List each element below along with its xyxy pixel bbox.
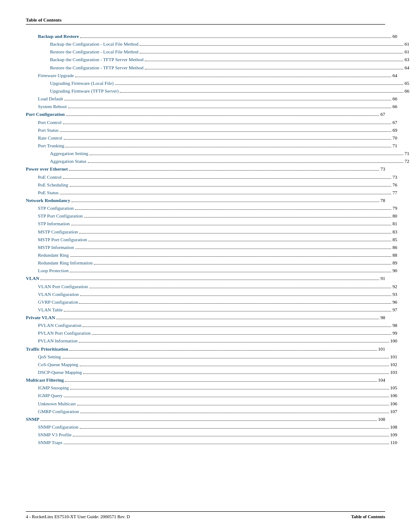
toc-item[interactable]: Port Configuration67 bbox=[26, 110, 385, 118]
toc-item[interactable]: Aggregation Status72 bbox=[50, 157, 409, 165]
toc-page: 69 bbox=[392, 126, 397, 134]
toc-item[interactable]: SNMP Traps110 bbox=[38, 439, 397, 446]
toc-label: SNMP Configuration bbox=[38, 423, 78, 431]
toc-item[interactable]: Private VLAN98 bbox=[26, 314, 385, 321]
toc-item[interactable]: Aggregation Setting71 bbox=[50, 149, 409, 157]
toc-item[interactable]: Power over Ethernet73 bbox=[26, 165, 385, 173]
toc-dots bbox=[65, 147, 391, 147]
toc-item[interactable]: PVLAN Information100 bbox=[38, 337, 397, 345]
toc-entries: Backup and Restore60Backup the Configura… bbox=[26, 32, 385, 446]
toc-dots bbox=[79, 303, 391, 304]
toc-label: PoE Control bbox=[38, 173, 62, 181]
toc-item[interactable]: QoS Setting101 bbox=[38, 353, 397, 361]
toc-dots bbox=[79, 233, 391, 233]
toc-item[interactable]: VLAN Port Configuration92 bbox=[38, 283, 397, 290]
toc-item[interactable]: STP Configuration79 bbox=[38, 204, 397, 212]
toc-page: 73 bbox=[380, 165, 385, 173]
toc-item[interactable]: Firmware Upgrade64 bbox=[38, 72, 397, 79]
toc-dots bbox=[80, 366, 389, 366]
toc-item[interactable]: PoE Status77 bbox=[38, 189, 397, 196]
toc-item[interactable]: Load Default66 bbox=[38, 95, 397, 103]
toc-dots bbox=[71, 225, 391, 225]
toc-item[interactable]: Restore the Configuration - TFTP Server … bbox=[50, 64, 409, 72]
toc-item[interactable]: PVLAN Configuration98 bbox=[38, 321, 397, 329]
toc-dots bbox=[77, 405, 389, 405]
toc-item[interactable]: SNMP V3 Profile109 bbox=[38, 431, 397, 439]
toc-item[interactable]: STP Information81 bbox=[38, 220, 397, 227]
toc-page: 103 bbox=[390, 368, 398, 376]
toc-page: 105 bbox=[390, 384, 398, 392]
footer: 4 - RocketLinx ES7510-XT User Guide: 200… bbox=[26, 511, 385, 519]
toc-label: STP Information bbox=[38, 220, 70, 227]
toc-label: Unknown Multicast bbox=[38, 400, 76, 408]
toc-page: 65 bbox=[405, 79, 409, 87]
toc-item[interactable]: SNMP Configuration108 bbox=[38, 423, 397, 431]
toc-item[interactable]: PVLAN Port Configuration99 bbox=[38, 329, 397, 337]
toc-item[interactable]: Port Trunking71 bbox=[38, 142, 397, 149]
toc-item[interactable]: Unknown Multicast106 bbox=[38, 400, 397, 408]
toc-item[interactable]: Port Control67 bbox=[38, 118, 397, 126]
toc-page: 72 bbox=[405, 157, 409, 165]
toc-dots bbox=[69, 170, 379, 171]
toc-item[interactable]: VLAN Table97 bbox=[38, 306, 397, 314]
toc-item[interactable]: MSTP Port Configuration85 bbox=[38, 236, 397, 243]
toc-item[interactable]: Rate Control70 bbox=[38, 134, 397, 142]
toc-dots bbox=[140, 53, 403, 53]
toc-page: 101 bbox=[390, 353, 398, 361]
toc-dots bbox=[64, 100, 391, 100]
toc-item[interactable]: System Reboot66 bbox=[38, 103, 397, 110]
toc-item[interactable]: MSTP Information86 bbox=[38, 243, 397, 251]
toc-label: SNMP V3 Profile bbox=[38, 431, 72, 439]
toc-dots bbox=[73, 436, 389, 436]
toc-item[interactable]: GVRP Configuration96 bbox=[38, 298, 397, 306]
toc-dots bbox=[70, 256, 391, 257]
toc-page: 89 bbox=[392, 259, 397, 267]
toc-item[interactable]: Redundant Ring88 bbox=[38, 251, 397, 259]
toc-dots bbox=[80, 37, 391, 38]
toc-page: 100 bbox=[390, 337, 398, 345]
toc-item[interactable]: Restore the Configuration - Local File M… bbox=[50, 48, 409, 56]
toc-item[interactable]: STP Port Configuration80 bbox=[38, 212, 397, 220]
toc-label: QoS Setting bbox=[38, 353, 61, 361]
toc-label: Port Control bbox=[38, 118, 62, 126]
toc-item[interactable]: VLAN Configuration93 bbox=[38, 290, 397, 298]
toc-item[interactable]: Backup and Restore60 bbox=[38, 32, 397, 40]
toc-item[interactable]: IGMP Snooping105 bbox=[38, 384, 397, 392]
toc-dots bbox=[90, 155, 403, 155]
toc-item[interactable]: Traffic Prioritization101 bbox=[26, 345, 385, 353]
toc-item[interactable]: IGMP Query106 bbox=[38, 392, 397, 399]
toc-label: Redundant Ring bbox=[38, 251, 69, 259]
toc-label: Restore the Configuration - TFTP Server … bbox=[50, 64, 143, 72]
toc-page: 106 bbox=[390, 392, 398, 399]
toc-dots bbox=[80, 296, 391, 296]
toc-item[interactable]: Multicast Filtering104 bbox=[26, 376, 385, 384]
toc-page: 110 bbox=[390, 439, 397, 446]
toc-item[interactable]: SNMP108 bbox=[26, 415, 385, 423]
toc-page: 91 bbox=[380, 274, 385, 282]
toc-item[interactable]: Redundant Ring Information89 bbox=[38, 259, 397, 267]
toc-item[interactable]: CoS-Queue Mapping102 bbox=[38, 361, 397, 368]
toc-page: 78 bbox=[380, 196, 385, 204]
toc-item[interactable]: Backup the Configuration - Local File Me… bbox=[50, 40, 409, 48]
toc-item[interactable]: Loop Protection90 bbox=[38, 267, 397, 274]
toc-item[interactable]: DSCP-Queue Mapping103 bbox=[38, 368, 397, 376]
toc-item[interactable]: PoE Control73 bbox=[38, 173, 397, 181]
toc-label: VLAN Configuration bbox=[38, 290, 79, 298]
toc-item[interactable]: MSTP Configuration83 bbox=[38, 228, 397, 236]
toc-label: SNMP Traps bbox=[38, 439, 62, 446]
toc-item[interactable]: Network Redundancy78 bbox=[26, 196, 385, 204]
toc-item[interactable]: Upgrading Firmware (Local File)65 bbox=[50, 79, 409, 87]
toc-item[interactable]: Upgrading Firmware (TFTP Server)66 bbox=[50, 87, 409, 95]
toc-label: MSTP Information bbox=[38, 243, 74, 251]
toc-item[interactable]: PoE Scheduling76 bbox=[38, 181, 397, 189]
toc-page: 79 bbox=[392, 204, 397, 212]
toc-item[interactable]: Port Status69 bbox=[38, 126, 397, 134]
toc-label: IGMP Snooping bbox=[38, 384, 69, 392]
toc-dots bbox=[68, 108, 391, 108]
toc-item[interactable]: Backup the Configuration - TFTP Server M… bbox=[50, 56, 409, 63]
toc-page: 73 bbox=[392, 173, 397, 181]
toc-dots bbox=[72, 202, 379, 202]
toc-label: MSTP Port Configuration bbox=[38, 236, 87, 243]
toc-item[interactable]: VLAN91 bbox=[26, 274, 385, 282]
toc-item[interactable]: GMRP Configuration107 bbox=[38, 408, 397, 415]
